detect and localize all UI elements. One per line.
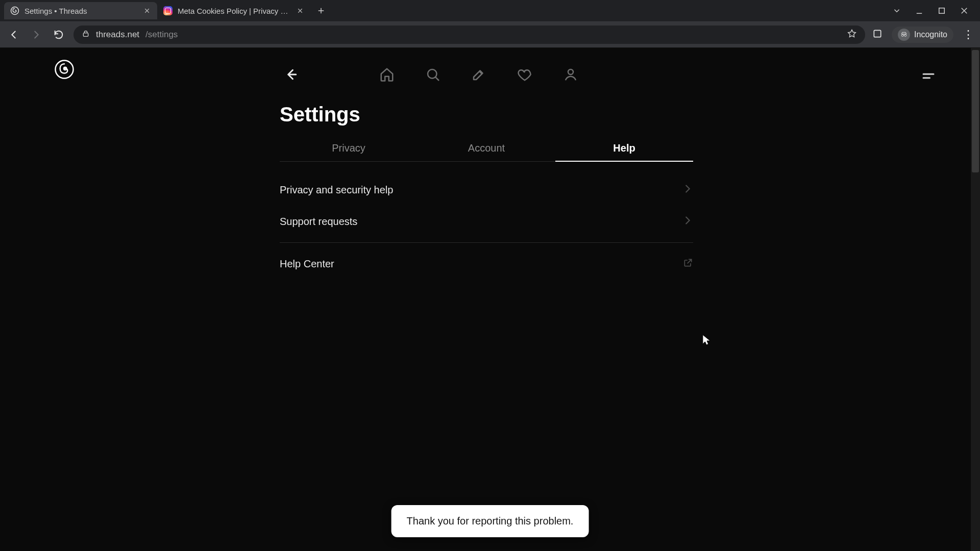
svg-point-9 — [568, 69, 573, 74]
vertical-scrollbar[interactable] — [971, 48, 980, 551]
threads-logo[interactable] — [54, 59, 75, 82]
page-body: Settings Privacy Account Help Privacy an… — [0, 48, 980, 551]
url-domain: threads.net — [96, 30, 139, 40]
omnibox-row: threads.net/settings Incognito ⋮ — [0, 21, 980, 48]
browser-reload-button[interactable] — [51, 27, 66, 42]
home-icon[interactable] — [378, 65, 396, 84]
tab-help[interactable]: Help — [555, 135, 693, 161]
tab-privacy[interactable]: Privacy — [280, 135, 418, 161]
extensions-icon[interactable] — [872, 29, 883, 41]
list-item-label: Privacy and security help — [280, 184, 393, 196]
browser-tab[interactable]: Meta Cookies Policy | Privacy Center — [157, 2, 310, 19]
bookmark-star-icon[interactable] — [847, 29, 857, 41]
svg-point-4 — [901, 34, 903, 36]
browser-back-button[interactable] — [6, 27, 21, 42]
activity-heart-icon[interactable] — [516, 65, 534, 84]
chevron-right-icon — [682, 183, 693, 197]
svg-rect-2 — [83, 33, 88, 36]
instagram-favicon-icon — [163, 6, 173, 15]
incognito-label: Incognito — [914, 30, 947, 39]
threads-favicon-icon — [10, 6, 19, 15]
browser-chrome: Settings • Threads Meta Cookies Policy |… — [0, 0, 980, 48]
new-tab-button[interactable] — [313, 3, 329, 18]
url-path: /settings — [145, 30, 178, 40]
tab-label: Privacy — [332, 142, 365, 154]
help-list: Privacy and security help Support reques… — [280, 174, 693, 280]
profile-icon[interactable] — [561, 65, 580, 84]
tab-close-button[interactable] — [296, 7, 304, 15]
window-maximize-button[interactable] — [937, 6, 946, 15]
page-title: Settings — [280, 103, 693, 126]
window-controls — [892, 6, 976, 15]
svg-rect-3 — [874, 30, 880, 37]
menu-button[interactable] — [921, 68, 936, 86]
header-row — [280, 55, 693, 94]
address-bar[interactable]: threads.net/settings — [74, 26, 865, 44]
lock-icon — [82, 30, 90, 40]
browser-forward-button[interactable] — [29, 27, 44, 42]
list-item-support-requests[interactable]: Support requests — [280, 206, 693, 237]
browser-tab-title: Settings • Threads — [24, 7, 138, 15]
list-item-label: Support requests — [280, 216, 357, 228]
tab-strip: Settings • Threads Meta Cookies Policy |… — [0, 0, 980, 21]
settings-tabs: Privacy Account Help — [280, 135, 693, 162]
incognito-indicator[interactable]: Incognito — [892, 27, 953, 43]
search-icon[interactable] — [424, 65, 442, 84]
browser-tab-title: Meta Cookies Policy | Privacy Center — [178, 7, 291, 15]
list-item-label: Help Center — [280, 258, 334, 270]
chevron-right-icon — [682, 215, 693, 229]
chevron-down-icon[interactable] — [892, 6, 901, 15]
mouse-cursor — [702, 334, 712, 347]
list-item-help-center[interactable]: Help Center — [280, 248, 693, 280]
compose-icon[interactable] — [470, 65, 488, 84]
back-button[interactable] — [280, 63, 303, 86]
tab-label: Help — [613, 142, 635, 154]
window-close-button[interactable] — [960, 6, 969, 15]
external-link-icon — [683, 258, 693, 270]
toast-notification: Thank you for reporting this problem. — [391, 505, 589, 537]
toast-message: Thank you for reporting this problem. — [407, 515, 574, 527]
svg-point-5 — [904, 34, 906, 36]
browser-menu-button[interactable]: ⋮ — [963, 28, 974, 41]
tab-account[interactable]: Account — [418, 135, 555, 161]
main-column: Settings Privacy Account Help Privacy an… — [280, 48, 693, 280]
incognito-icon — [898, 29, 910, 41]
toolbar-right: Incognito ⋮ — [872, 27, 974, 43]
svg-rect-1 — [939, 8, 945, 14]
browser-tab-active[interactable]: Settings • Threads — [4, 2, 157, 19]
tab-close-button[interactable] — [143, 7, 151, 15]
tab-label: Account — [468, 142, 505, 154]
scrollbar-thumb[interactable] — [972, 50, 979, 172]
list-item-privacy-security-help[interactable]: Privacy and security help — [280, 174, 693, 206]
divider — [280, 242, 693, 243]
window-minimize-button[interactable] — [915, 6, 924, 15]
top-nav — [378, 65, 580, 84]
